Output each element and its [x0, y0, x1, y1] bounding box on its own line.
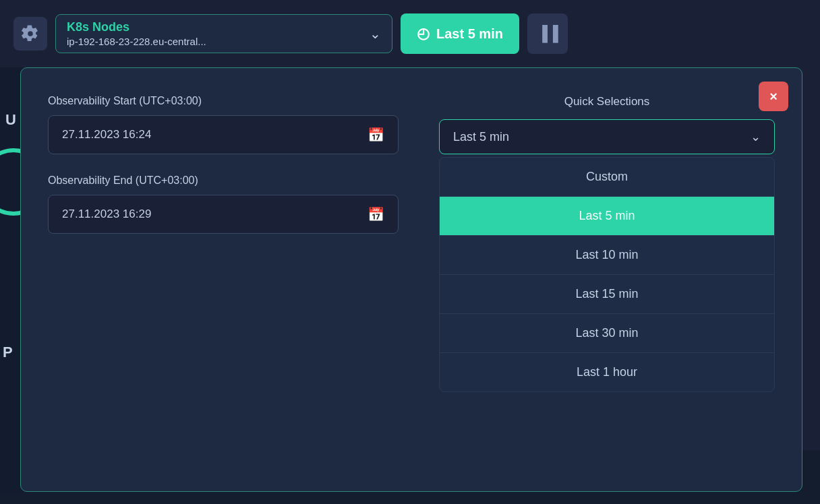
- end-date-input[interactable]: 27.11.2023 16:29 📅: [48, 195, 399, 234]
- settings-button[interactable]: [13, 17, 47, 51]
- quick-select-list: Custom Last 5 min Last 10 min Last 15 mi…: [439, 157, 775, 392]
- time-range-label: Last 5 min: [436, 26, 503, 42]
- end-date-value: 27.11.2023 16:29: [62, 208, 151, 221]
- pause-button[interactable]: ▐▐: [527, 13, 568, 54]
- quick-select-dropdown[interactable]: Last 5 min ⌄: [439, 119, 775, 154]
- header-bar: K8s Nodes ip-192-168-23-228.eu-central..…: [0, 0, 820, 67]
- node-name-label: K8s Nodes: [67, 20, 381, 34]
- option-custom[interactable]: Custom: [440, 158, 774, 197]
- option-last-30-min[interactable]: Last 30 min: [440, 314, 774, 353]
- time-picker-modal: × Observability Start (UTC+03:00) 27.11.…: [20, 67, 802, 492]
- option-last-1-hour[interactable]: Last 1 hour: [440, 353, 774, 391]
- pause-icon: ▐▐: [537, 25, 558, 42]
- left-panel: Observability Start (UTC+03:00) 27.11.20…: [48, 95, 399, 464]
- nav-p-label: P: [0, 344, 24, 361]
- node-ip-label: ip-192-168-23-228.eu-central...: [67, 36, 381, 47]
- end-field-label: Observability End (UTC+03:00): [48, 175, 399, 187]
- start-field-label: Observability Start (UTC+03:00): [48, 95, 399, 107]
- option-last-5-min[interactable]: Last 5 min: [440, 197, 774, 236]
- option-last-15-min[interactable]: Last 15 min: [440, 275, 774, 314]
- node-selector[interactable]: K8s Nodes ip-192-168-23-228.eu-central..…: [55, 14, 392, 53]
- calendar-icon-end: 📅: [368, 206, 384, 222]
- chevron-down-icon: ⌄: [370, 26, 381, 42]
- clock-icon: ◴: [417, 25, 430, 42]
- time-range-button[interactable]: ◴ Last 5 min: [401, 13, 519, 54]
- start-date-input[interactable]: 27.11.2023 16:24 📅: [48, 115, 399, 154]
- quick-select-value: Last 5 min: [453, 130, 509, 144]
- modal-content: Observability Start (UTC+03:00) 27.11.20…: [48, 95, 775, 464]
- right-panel: Quick Selections Last 5 min ⌄ Custom Las…: [439, 95, 775, 464]
- chevron-down-icon: ⌄: [751, 129, 761, 144]
- calendar-icon-start: 📅: [368, 127, 384, 143]
- option-last-10-min[interactable]: Last 10 min: [440, 236, 774, 275]
- start-date-value: 27.11.2023 16:24: [62, 128, 151, 141]
- quick-selections-title: Quick Selections: [439, 95, 775, 108]
- gear-icon: [22, 25, 39, 42]
- nav-u-label: U: [0, 111, 24, 129]
